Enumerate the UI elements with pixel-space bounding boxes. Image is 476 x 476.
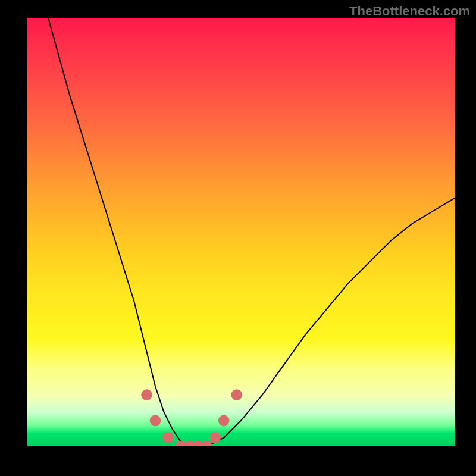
highlight-dot [209,432,221,443]
chart-canvas [27,18,455,446]
highlight-dot [141,389,152,400]
highlight-dots [141,389,242,446]
chart-overlay [27,18,455,446]
highlight-dot [162,432,174,443]
highlight-dot [150,415,161,426]
highlight-dot [218,415,230,426]
watermark: TheBottleneck.com [349,4,470,19]
curve-path [48,18,455,446]
highlight-dot [201,441,212,446]
highlight-dot [231,389,242,400]
